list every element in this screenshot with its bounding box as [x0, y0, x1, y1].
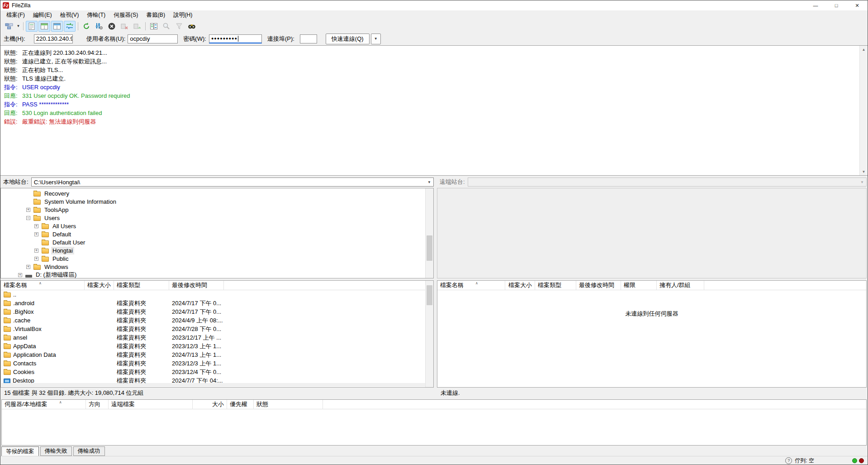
cancel-icon[interactable]: [106, 21, 118, 32]
toggle-queue-icon[interactable]: [64, 21, 76, 32]
queue-tab-1[interactable]: 傳輸失敗: [40, 446, 72, 456]
tree-item[interactable]: Recovery: [1, 189, 433, 197]
menu-item-5[interactable]: 書籤(B): [142, 10, 169, 20]
remote-file-list: 檔案名稱∧檔案大小檔案類型最後修改時間權限擁有人/群組 未連線到任何伺服器: [437, 280, 867, 388]
disconnect-icon[interactable]: [119, 21, 130, 32]
tree-expander-plus-icon[interactable]: +: [34, 257, 38, 261]
column-header[interactable]: 檔案名稱∧: [1, 281, 85, 290]
tree-expander-plus-icon[interactable]: +: [26, 208, 30, 212]
column-header-label: 檔案大小: [508, 281, 532, 289]
tree-expander-plus-icon[interactable]: +: [18, 273, 22, 277]
toggle-log-icon[interactable]: [26, 21, 38, 32]
table-row[interactable]: ansel檔案資料夾2023/12/17 上午 ...: [1, 333, 433, 342]
queue-tab-0[interactable]: 等候的檔案: [1, 446, 39, 457]
horizontal-scrollbar[interactable]: [1, 383, 425, 387]
file-name-cell: ansel: [1, 333, 85, 342]
tree-item[interactable]: Default User: [1, 238, 433, 246]
menu-item-1[interactable]: 編輯(E): [29, 10, 56, 20]
local-files-scrollbar[interactable]: [425, 281, 433, 387]
scrollbar-thumb[interactable]: [427, 235, 432, 261]
synchronized-browsing-icon[interactable]: [161, 21, 172, 32]
column-header-label: 檔案名稱: [440, 281, 464, 289]
column-header-label: 最後修改時間: [172, 281, 207, 289]
table-row[interactable]: ..: [1, 290, 433, 299]
table-row[interactable]: AppData檔案資料夾2023/12/3 上午 1...: [1, 342, 433, 350]
column-header[interactable]: 檔案類型: [535, 281, 576, 290]
file-name-cell: ..: [1, 290, 85, 299]
column-header[interactable]: 方向: [86, 400, 109, 409]
column-header[interactable]: 檔案名稱∧: [437, 281, 505, 290]
table-row[interactable]: .VirtualBox檔案資料夾2024/7/28 下午 0...: [1, 325, 433, 333]
queue-tab-2[interactable]: 傳輸成功: [73, 446, 105, 456]
scroll-down-icon[interactable]: ▼: [860, 168, 868, 175]
menu-item-2[interactable]: 檢視(V): [56, 10, 83, 20]
close-button[interactable]: ✕: [847, 0, 868, 10]
chevron-down-icon[interactable]: ▼: [426, 178, 433, 186]
table-row[interactable]: .cache檔案資料夾2024/4/9 上午 08:...: [1, 316, 433, 325]
menu-item-0[interactable]: 檔案(F): [2, 10, 29, 20]
column-header[interactable]: 檔案大小: [85, 281, 114, 290]
directory-comparison-icon[interactable]: [148, 21, 160, 32]
column-header[interactable]: 擁有人/群組: [657, 281, 704, 290]
reconnect-icon[interactable]: [131, 21, 143, 32]
table-row[interactable]: .android檔案資料夾2024/7/17 下午 0...: [1, 299, 433, 307]
column-header[interactable]: 優先權: [227, 400, 254, 409]
column-header[interactable]: 檔案類型: [114, 281, 169, 290]
tree-item[interactable]: +Windows: [1, 263, 433, 271]
table-row[interactable]: Cookies檔案資料夾2023/12/4 下午 0...: [1, 368, 433, 376]
maximize-button[interactable]: □: [826, 0, 847, 10]
tree-expander-plus-icon[interactable]: +: [34, 232, 38, 236]
log-scrollbar[interactable]: ▲ ▼: [859, 46, 868, 175]
local-site-combo[interactable]: C:\Users\Hongtai\ ▼: [31, 177, 434, 187]
column-header[interactable]: 伺服器/本地檔案∧: [2, 400, 86, 409]
tree-expander-plus-icon[interactable]: +: [26, 265, 30, 269]
tree-item[interactable]: System Volume Information: [1, 197, 433, 206]
column-header[interactable]: 最後修改時間: [169, 281, 224, 290]
quickconnect-dropdown[interactable]: ▼: [371, 34, 381, 44]
column-header[interactable]: 檔案大小: [505, 281, 535, 290]
file-size-cell: [85, 342, 114, 350]
directory-filters-icon[interactable]: [173, 21, 185, 32]
tree-item[interactable]: −Users: [1, 214, 433, 222]
menu-item-6[interactable]: 說明(H): [169, 10, 196, 20]
tree-expander-minus-icon[interactable]: −: [26, 216, 30, 220]
tree-item[interactable]: +ToolsApp: [1, 206, 433, 214]
table-row[interactable]: .BigNox檔案資料夾2024/7/17 下午 0...: [1, 307, 433, 316]
menu-item-3[interactable]: 傳輸(T): [83, 10, 109, 20]
toggle-local-tree-icon[interactable]: [38, 21, 50, 32]
column-header[interactable]: 遠端檔案: [109, 400, 193, 409]
tree-expander-plus-icon[interactable]: +: [34, 249, 38, 253]
find-files-icon[interactable]: [186, 21, 198, 32]
menu-item-4[interactable]: 伺服器(S): [109, 10, 142, 20]
tree-item[interactable]: +Public: [1, 254, 433, 263]
scroll-up-icon[interactable]: ▲: [860, 46, 868, 53]
port-input[interactable]: [300, 34, 317, 43]
scrollbar-thumb[interactable]: [427, 285, 432, 305]
tree-scrollbar[interactable]: [425, 188, 433, 278]
site-manager-dropdown-icon[interactable]: ▼: [15, 21, 21, 31]
log-line: 錯誤:嚴重錯誤: 無法連線到伺服器: [0, 117, 868, 126]
process-queue-icon[interactable]: [93, 21, 105, 32]
quickconnect-button[interactable]: 快速連線(Q): [326, 34, 370, 44]
tree-expander-plus-icon[interactable]: +: [34, 224, 38, 228]
toggle-remote-tree-icon[interactable]: [51, 21, 63, 32]
column-header[interactable]: 最後修改時間: [576, 281, 621, 290]
table-row[interactable]: Contacts檔案資料夾2023/12/3 上午 1...: [1, 359, 433, 368]
username-input[interactable]: ocpcdiy: [128, 34, 178, 43]
tree-item[interactable]: +D: (新增磁碟區): [1, 271, 433, 278]
site-manager-icon[interactable]: [3, 21, 15, 32]
tree-item[interactable]: +Default: [1, 230, 433, 238]
column-header[interactable]: 狀態: [254, 400, 323, 409]
file-type-cell: 檔案資料夾: [114, 350, 169, 359]
password-input[interactable]: ●●●●●●●●●: [209, 34, 262, 43]
refresh-icon[interactable]: [81, 21, 92, 32]
tree-item[interactable]: +Hongtai: [1, 246, 433, 254]
help-icon[interactable]: ?: [785, 457, 792, 464]
table-row[interactable]: Application Data檔案資料夾2024/7/13 上午 1...: [1, 350, 433, 359]
tree-item-label: Recovery: [43, 190, 71, 197]
column-header[interactable]: 權限: [621, 281, 657, 290]
tree-item[interactable]: +All Users: [1, 222, 433, 230]
host-input[interactable]: 220.130.240.94: [34, 34, 73, 43]
column-header[interactable]: 大小: [193, 400, 227, 409]
minimize-button[interactable]: —: [805, 0, 826, 10]
